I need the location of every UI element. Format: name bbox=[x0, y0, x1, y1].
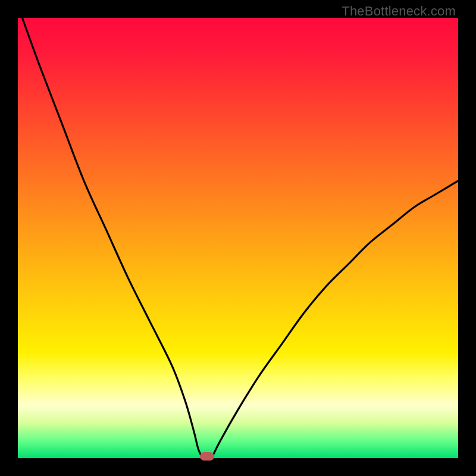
bottleneck-curve bbox=[18, 18, 458, 458]
curve-left-branch bbox=[22, 18, 202, 458]
minimum-marker bbox=[200, 452, 214, 461]
watermark-text: TheBottleneck.com bbox=[342, 4, 456, 19]
curve-right-branch bbox=[212, 181, 458, 458]
